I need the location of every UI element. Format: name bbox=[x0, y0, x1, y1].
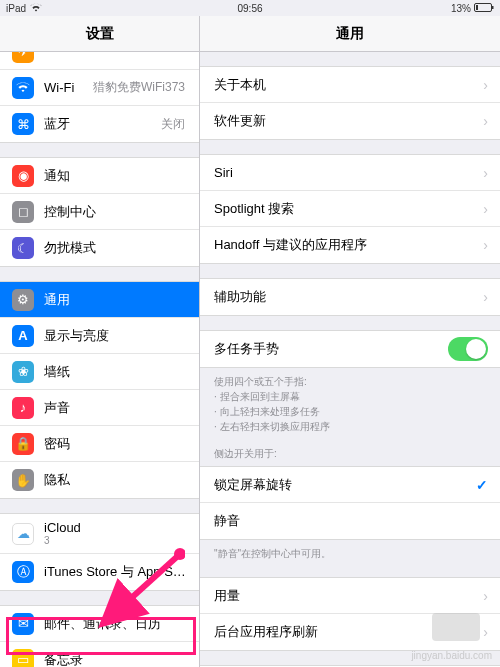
chevron-icon: › bbox=[483, 77, 488, 93]
bluetooth-detail: 关闭 bbox=[161, 116, 185, 133]
svg-rect-2 bbox=[492, 6, 494, 9]
lock-rotation-row[interactable]: 锁定屏幕旋转✓ bbox=[200, 467, 500, 503]
wifi-detail: 猎豹免费WiFi373 bbox=[93, 79, 185, 96]
sounds-row[interactable]: ♪声音 bbox=[0, 390, 199, 426]
display-row[interactable]: A显示与亮度 bbox=[0, 318, 199, 354]
airplane-icon: ✈ bbox=[12, 52, 34, 63]
chevron-icon: › bbox=[483, 113, 488, 129]
notes-icon: ▭ bbox=[12, 649, 34, 668]
multitask-toggle[interactable] bbox=[448, 337, 488, 361]
privacy-row[interactable]: ✋隐私 bbox=[0, 462, 199, 498]
accessibility-row[interactable]: 辅助功能› bbox=[200, 279, 500, 315]
itunes-icon: Ⓐ bbox=[12, 561, 34, 583]
mail-icon: ✉ bbox=[12, 613, 34, 635]
chevron-icon: › bbox=[483, 237, 488, 253]
multitask-row[interactable]: 多任务手势 bbox=[200, 331, 500, 367]
display-icon: A bbox=[12, 325, 34, 347]
status-time: 09:56 bbox=[237, 3, 262, 14]
carrier-label: iPad bbox=[6, 3, 26, 14]
icloud-icon: ☁ bbox=[12, 523, 34, 545]
notes-row[interactable]: ▭备忘录 bbox=[0, 642, 199, 667]
itunes-row[interactable]: ⒶiTunes Store 与 App Store bbox=[0, 554, 199, 590]
icloud-row[interactable]: ☁iCloud3 bbox=[0, 514, 199, 554]
control-center-icon: ◻ bbox=[12, 201, 34, 223]
bluetooth-label: 蓝牙 bbox=[44, 115, 161, 133]
sidebar-header: 设置 bbox=[0, 16, 199, 52]
battery-icon bbox=[474, 3, 494, 14]
svg-rect-1 bbox=[476, 5, 478, 10]
notifications-row[interactable]: ◉通知 bbox=[0, 158, 199, 194]
chevron-icon: › bbox=[483, 201, 488, 217]
battery-percent: 13% bbox=[451, 3, 471, 14]
bluetooth-row[interactable]: ⌘蓝牙关闭 bbox=[0, 106, 199, 142]
control-center-row[interactable]: ◻控制中心 bbox=[0, 194, 199, 230]
watermark-badge bbox=[432, 613, 480, 641]
mute-row[interactable]: 静音 bbox=[200, 503, 500, 539]
general-row[interactable]: ⚙通用 bbox=[0, 282, 199, 318]
about-row[interactable]: 关于本机› bbox=[200, 67, 500, 103]
wifi-icon-tile bbox=[12, 77, 34, 99]
detail-header: 通用 bbox=[200, 16, 500, 52]
bluetooth-icon: ⌘ bbox=[12, 113, 34, 135]
airplane-row[interactable]: ✈ bbox=[0, 52, 199, 70]
siri-row[interactable]: Siri› bbox=[200, 155, 500, 191]
general-icon: ⚙ bbox=[12, 289, 34, 311]
mute-note: "静音"在控制中心中可用。 bbox=[200, 540, 500, 563]
detail-pane: 通用 关于本机› 软件更新› Siri› Spotlight 搜索› Hando… bbox=[200, 16, 500, 667]
side-switch-header: 侧边开关用于: bbox=[200, 436, 500, 463]
privacy-icon: ✋ bbox=[12, 469, 34, 491]
dnd-row[interactable]: ☾勿扰模式 bbox=[0, 230, 199, 266]
software-update-row[interactable]: 软件更新› bbox=[200, 103, 500, 139]
wifi-icon bbox=[30, 3, 42, 14]
multitask-note: 使用四个或五个手指: 捏合来回到主屏幕 向上轻扫来处理多任务 左右轻扫来切换应用… bbox=[200, 368, 500, 436]
chevron-icon: › bbox=[483, 165, 488, 181]
passcode-row[interactable]: 🔒密码 bbox=[0, 426, 199, 462]
dnd-icon: ☾ bbox=[12, 237, 34, 259]
handoff-row[interactable]: Handoff 与建议的应用程序› bbox=[200, 227, 500, 263]
check-icon: ✓ bbox=[476, 477, 488, 493]
settings-sidebar: 设置 ✈ Wi-Fi猎豹免费WiFi373 ⌘蓝牙关闭 ◉通知 ◻控制中心 ☾勿… bbox=[0, 16, 200, 667]
chevron-icon: › bbox=[483, 289, 488, 305]
mail-row[interactable]: ✉邮件、通讯录、日历 bbox=[0, 606, 199, 642]
passcode-icon: 🔒 bbox=[12, 433, 34, 455]
status-bar: iPad 09:56 13% bbox=[0, 0, 500, 16]
wallpaper-icon: ❀ bbox=[12, 361, 34, 383]
sounds-icon: ♪ bbox=[12, 397, 34, 419]
notifications-icon: ◉ bbox=[12, 165, 34, 187]
wifi-label: Wi-Fi bbox=[44, 80, 93, 95]
wifi-row[interactable]: Wi-Fi猎豹免费WiFi373 bbox=[0, 70, 199, 106]
spotlight-row[interactable]: Spotlight 搜索› bbox=[200, 191, 500, 227]
usage-row[interactable]: 用量› bbox=[200, 578, 500, 614]
chevron-icon: › bbox=[483, 588, 488, 604]
wallpaper-row[interactable]: ❀墙纸 bbox=[0, 354, 199, 390]
chevron-icon: › bbox=[483, 624, 488, 640]
